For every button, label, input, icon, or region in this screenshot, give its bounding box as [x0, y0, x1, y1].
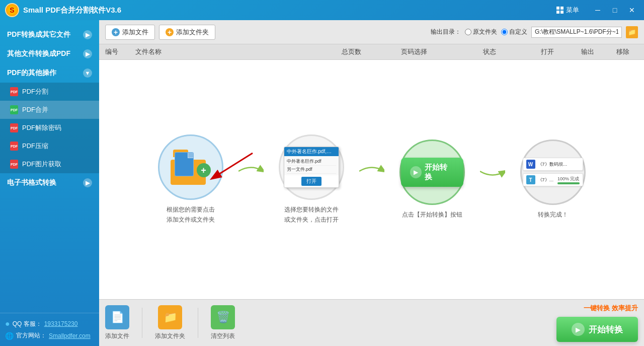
sidebar-sub-items-pdf-ops: PDF PDF分割 PDF PDF合并 PDF PDF解除密码 PDF PDF压… [0, 83, 99, 173]
arrow-2-3 [359, 164, 384, 180]
sidebar-item-pdf-unlock[interactable]: PDF PDF解除密码 [0, 119, 99, 137]
custom-label: 自定义 [509, 28, 527, 36]
bottombar-clear-list[interactable]: 🗑️ 清空列表 [211, 305, 235, 340]
custom-option[interactable]: 自定义 [501, 28, 527, 36]
diagram-container: + 根据您的需要点击 添加文件或文件夹 [148, 124, 596, 234]
qq-label: QQ 客服： [13, 320, 42, 328]
bottom-separator [142, 308, 142, 338]
result-item-1: W 《7》数码坝… [523, 158, 583, 171]
dialog-title-bar: 中外著名巨作.pdf,… [284, 147, 339, 156]
bottombar-right: 一键转换 效率提升 ▶ 开始转换 [556, 304, 638, 342]
sidebar-item-pdf-compress[interactable]: PDF PDF压缩 [0, 137, 99, 155]
menu-button[interactable]: 菜单 [552, 4, 583, 17]
collapse-arrow-icon: ▼ [83, 68, 92, 78]
output-path-input[interactable] [531, 27, 622, 38]
web-label: 官方网站： [16, 331, 46, 340]
step4-text: 转换完成！ [538, 210, 568, 220]
sidebar-footer: ● QQ 客服： 1933175230 🌐 官方网站： Smallpdfer.c… [0, 313, 99, 346]
pdf-split-icon: PDF [10, 87, 18, 96]
qq-service-line: ● QQ 客服： 1933175230 [5, 319, 94, 328]
source-folder-radio[interactable] [465, 29, 471, 35]
col-header-status: 状态 [452, 47, 527, 56]
sidebar-pdf-compress-label: PDF压缩 [22, 142, 48, 151]
bottombar: 📄 添加文件 📁 添加文件夹 🗑️ 清空列表 一键转换 效率提升 [99, 299, 644, 346]
start-convert-main-label: 开始转换 [589, 324, 623, 335]
sidebar-item-ebook-convert[interactable]: 电子书格式转换 ▶ [0, 173, 99, 192]
toolbar: + 添加文件 + 添加文件夹 输出目录： 原文件夹 自定义 📁 [99, 20, 644, 44]
step1-text: 根据您的需要点击 添加文件或文件夹 [167, 205, 215, 224]
start-convert-diagram-button[interactable]: ▶ 开始转换 [401, 158, 463, 187]
titlebar: S Small PDF合并分割软件V3.6 菜单 ─ □ ✕ [0, 0, 644, 20]
sidebar-item-pdf-to-other[interactable]: PDF转换成其它文件 ▶ [0, 25, 99, 44]
pdf-images-icon: PDF [10, 160, 18, 169]
sidebar-pdf-to-other-label: PDF转换成其它文件 [7, 30, 70, 39]
browse-folder-button[interactable]: 📁 [626, 26, 638, 38]
sidebar-item-pdf-split[interactable]: PDF PDF分割 [0, 83, 99, 101]
diagram-area: + 根据您的需要点击 添加文件或文件夹 [99, 60, 644, 299]
add-file-icon: + [112, 28, 120, 36]
add-file-button[interactable]: + 添加文件 [105, 25, 155, 40]
diagram-step-3: ▶ 开始转换 点击【开始转换】按钮 [399, 140, 465, 220]
bottombar-add-file[interactable]: 📄 添加文件 [105, 305, 129, 340]
minimize-button[interactable]: ─ [591, 3, 605, 17]
bottombar-add-folder-icon: 📁 [158, 305, 182, 329]
bottombar-add-folder[interactable]: 📁 添加文件夹 [155, 305, 185, 340]
add-file-label: 添加文件 [122, 28, 148, 37]
pdf-compress-icon: PDF [10, 142, 18, 151]
dialog-content: 中外著名巨作.pdf 另一文件.pdf [284, 156, 339, 175]
bottombar-add-file-label: 添加文件 [105, 332, 129, 340]
folder-browse-icon: 📁 [628, 28, 636, 36]
sidebar-section-pdf-convert: PDF转换成其它文件 ▶ 其他文件转换成PDF ▶ PDF的其他操作 ▼ PDF… [0, 20, 99, 192]
play-icon: ▶ [410, 166, 422, 178]
step3-circle: ▶ 开始转换 [399, 140, 465, 205]
main-layout: PDF转换成其它文件 ▶ 其他文件转换成PDF ▶ PDF的其他操作 ▼ PDF… [0, 20, 644, 346]
window-controls: ─ □ ✕ [591, 3, 639, 17]
step2-circle: 中外著名巨作.pdf,… 中外著名巨作.pdf 另一文件.pdf 打开 [279, 134, 344, 200]
col-header-remove: 移除 [608, 47, 638, 56]
grid-icon [556, 7, 564, 14]
sidebar-item-pdf-merge[interactable]: PDF PDF合并 [0, 101, 99, 119]
website-link[interactable]: Smallpdfer.com [49, 332, 91, 339]
dialog-row-2: 另一文件.pdf [287, 166, 336, 174]
dialog-open-button[interactable]: 打开 [301, 177, 321, 186]
add-folder-label: 添加文件夹 [176, 28, 209, 37]
word-icon: W [526, 160, 535, 169]
pdf-unlock-icon: PDF [10, 123, 18, 132]
efficiency-text: 一键转换 效率提升 [584, 304, 638, 313]
sidebar-pdf-other-ops-label: PDF的其他操作 [7, 68, 56, 78]
expand-arrow-icon: ▶ [83, 49, 92, 58]
qq-number-link[interactable]: 1933175230 [44, 320, 78, 327]
close-button[interactable]: ✕ [625, 3, 639, 17]
expand-arrow-icon: ▶ [83, 178, 92, 187]
output-area: 输出目录： 原文件夹 自定义 📁 [431, 26, 638, 38]
result-item-1-text: 《7》数码坝… [538, 161, 568, 168]
pdf-merge-icon: PDF [10, 105, 18, 114]
dialog-btn-row: 打开 [284, 175, 339, 187]
folder-doc-icon: + [171, 150, 211, 185]
text-icon: T [526, 175, 535, 184]
sidebar-other-to-pdf-label: 其他文件转换成PDF [7, 49, 70, 58]
start-convert-main-button[interactable]: ▶ 开始转换 [556, 317, 638, 342]
source-folder-option[interactable]: 原文件夹 [465, 28, 497, 36]
step1-circle: + [158, 134, 223, 200]
sidebar-item-pdf-images[interactable]: PDF PDF图片获取 [0, 155, 99, 173]
arrow-3-4 [480, 164, 505, 180]
content-area: + 添加文件 + 添加文件夹 输出目录： 原文件夹 自定义 📁 [99, 20, 644, 346]
progress-done-text: 100% 完成 [557, 176, 580, 184]
add-folder-button[interactable]: + 添加文件夹 [159, 25, 215, 40]
maximize-button[interactable]: □ [608, 3, 622, 17]
dialog-title-text: 中外著名巨作.pdf,… [287, 149, 332, 154]
sidebar-item-pdf-other-ops[interactable]: PDF的其他操作 ▼ [0, 63, 99, 83]
sidebar-pdf-unlock-label: PDF解除密码 [22, 123, 61, 132]
web-line: 🌐 官方网站： Smallpdfer.com [5, 331, 94, 340]
source-folder-label: 原文件夹 [473, 28, 497, 36]
sidebar-item-other-to-pdf[interactable]: 其他文件转换成PDF ▶ [0, 44, 99, 63]
bottombar-add-folder-label: 添加文件夹 [155, 332, 185, 340]
result-box: W 《7》数码坝… T 《7》… 100% 完成 [523, 158, 583, 186]
add-folder-icon: + [166, 28, 174, 36]
bottombar-add-file-icon: 📄 [105, 305, 129, 329]
step4-circle: W 《7》数码坝… T 《7》… 100% 完成 [520, 140, 586, 205]
result-item-2-text: 《7》… [538, 177, 554, 183]
app-logo: S [5, 3, 19, 17]
custom-radio[interactable] [501, 29, 508, 35]
